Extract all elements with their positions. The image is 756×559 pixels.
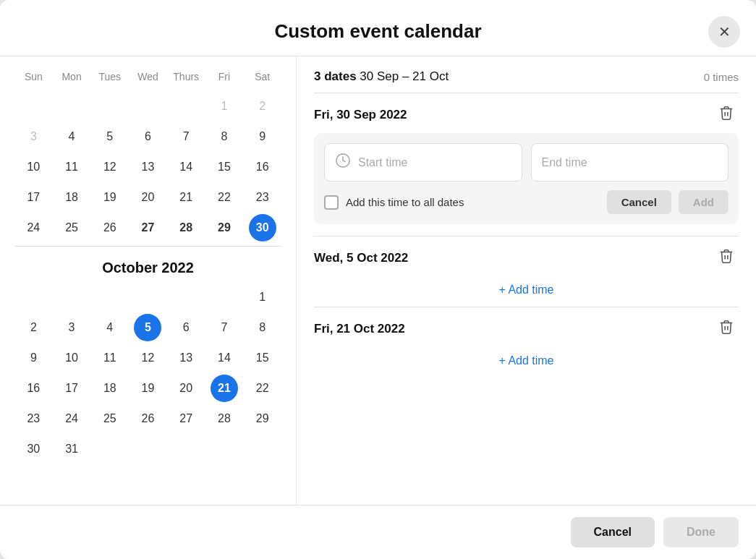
calendar-cell[interactable]: 24 [20,214,47,242]
calendar-cell[interactable]: 1 [211,93,238,120]
delete-sep30-button[interactable] [714,103,739,126]
calendar-cell[interactable]: 19 [96,184,124,211]
calendar-cell[interactable]: 26 [134,405,161,432]
calendar-cell[interactable]: 2 [249,93,276,120]
date-block-sep30: Fri, 30 Sep 2022 [314,93,739,233]
calendar-cell[interactable]: 10 [58,344,85,372]
add-to-all-checkbox[interactable] [324,195,339,210]
calendar-cell[interactable]: 20 [134,184,161,211]
calendar-cell[interactable]: 29 [211,214,238,242]
calendar-cell[interactable]: 23 [20,405,47,432]
date-block-header-oct21: Fri, 21 Oct 2022 [314,317,739,340]
calendar-cell[interactable]: 18 [96,375,124,402]
cancel-time-button[interactable]: Cancel [607,190,671,214]
calendar-cell [58,283,85,311]
calendar-cell[interactable]: 29 [249,405,276,432]
calendar-cell[interactable]: 21 [211,375,238,402]
calendar-cell[interactable]: 14 [211,344,238,372]
calendar-cell[interactable]: 28 [172,214,200,242]
calendar-cell[interactable]: 20 [172,375,200,402]
add-time-button[interactable]: Add [679,190,729,214]
calendar-cell[interactable]: 1 [249,283,276,311]
calendar-cell[interactable]: 8 [211,123,238,150]
dates-count: 3 dates [314,69,357,83]
calendar-cell [172,93,200,120]
calendar-cell [211,283,238,311]
calendar-cell[interactable]: 7 [211,314,238,341]
date-block-oct21: Fri, 21 Oct 2022 + Add time [314,307,739,375]
calendar-cell[interactable]: 6 [172,314,200,341]
calendar-cell[interactable]: 19 [134,375,161,402]
calendar-cell[interactable]: 17 [58,375,85,402]
october-grid: 1234567891011121314151617181920212223242… [14,282,281,464]
weekday-headers: Sun Mon Tues Wed Thurs Fri Sat [14,68,281,85]
calendar-cell[interactable]: 14 [172,153,200,181]
close-button[interactable]: ✕ [708,16,740,48]
weekday-sun: Sun [14,68,53,85]
calendar-cell[interactable]: 5 [96,123,124,150]
end-time-placeholder: End time [542,156,587,169]
calendar-cell[interactable]: 3 [58,314,85,341]
calendar-cell [134,283,161,311]
calendar-cell[interactable]: 27 [172,405,200,432]
calendar-cell[interactable]: 6 [134,123,161,150]
weekday-fri: Fri [205,68,244,85]
calendar-cell[interactable]: 27 [134,214,161,242]
calendar-cell[interactable]: 10 [20,153,47,181]
calendar-cell[interactable]: 31 [58,435,85,463]
calendar-cell[interactable]: 2 [20,314,47,341]
calendar-cell[interactable]: 28 [211,405,238,432]
add-time-oct5[interactable]: + Add time [314,276,739,301]
dialog-footer: Cancel Done [0,505,756,559]
calendar-cell[interactable]: 30 [20,435,47,463]
summary-times: 0 times [704,71,739,83]
delete-oct5-button[interactable] [714,247,739,269]
add-time-oct21[interactable]: + Add time [314,347,739,372]
footer-done-button[interactable]: Done [663,517,739,547]
time-input-form-sep30: Start time End time Add this time to all… [314,133,739,224]
calendar-cell[interactable]: 26 [96,214,124,242]
calendar-cell[interactable]: 22 [211,184,238,211]
end-time-field[interactable]: End time [531,143,729,182]
calendar-cell[interactable]: 11 [96,344,124,372]
calendar-cell[interactable]: 23 [249,184,276,211]
summary-dates: 3 dates 30 Sep – 21 Oct [314,69,449,84]
calendar-cell[interactable]: 4 [96,314,124,341]
calendar-cell[interactable]: 16 [20,375,47,402]
calendar-cell[interactable]: 15 [211,153,238,181]
calendar-cell[interactable]: 12 [134,344,161,372]
date-range: 30 Sep – 21 Oct [360,69,449,83]
calendar-cell[interactable]: 9 [20,344,47,372]
calendar-cell [172,283,200,311]
calendar-cell[interactable]: 7 [172,123,200,150]
weekday-sat: Sat [243,68,281,85]
footer-cancel-button[interactable]: Cancel [571,517,655,547]
weekday-tues: Tues [90,68,129,85]
add-to-all-label[interactable]: Add this time to all dates [324,195,464,210]
calendar-cell[interactable]: 4 [58,123,85,150]
calendar-cell[interactable]: 24 [58,405,85,432]
calendar-cell [20,283,47,311]
calendar-cell[interactable]: 16 [249,153,276,181]
calendar-cell[interactable]: 25 [58,214,85,242]
calendar-cell[interactable]: 21 [172,184,200,211]
dialog-body: Sun Mon Tues Wed Thurs Fri Sat 123456789… [0,56,756,505]
calendar-cell[interactable]: 15 [249,344,276,372]
calendar-cell[interactable]: 17 [20,184,47,211]
calendar-cell[interactable]: 13 [172,344,200,372]
calendar-cell[interactable]: 5 [134,314,161,341]
calendar-cell[interactable]: 8 [249,314,276,341]
right-panel: 3 dates 30 Sep – 21 Oct 0 times Fri, 30 … [297,56,756,505]
calendar-cell[interactable]: 18 [58,184,85,211]
date-block-header-oct5: Wed, 5 Oct 2022 [314,247,739,269]
start-time-field[interactable]: Start time [324,143,522,182]
calendar-cell[interactable]: 9 [249,123,276,150]
calendar-cell[interactable]: 12 [96,153,124,181]
calendar-cell[interactable]: 22 [249,375,276,402]
calendar-cell[interactable]: 3 [20,123,47,150]
calendar-cell[interactable]: 11 [58,153,85,181]
calendar-cell[interactable]: 13 [134,153,161,181]
calendar-cell[interactable]: 25 [96,405,124,432]
delete-oct21-button[interactable] [714,317,739,340]
calendar-cell[interactable]: 30 [249,214,276,242]
